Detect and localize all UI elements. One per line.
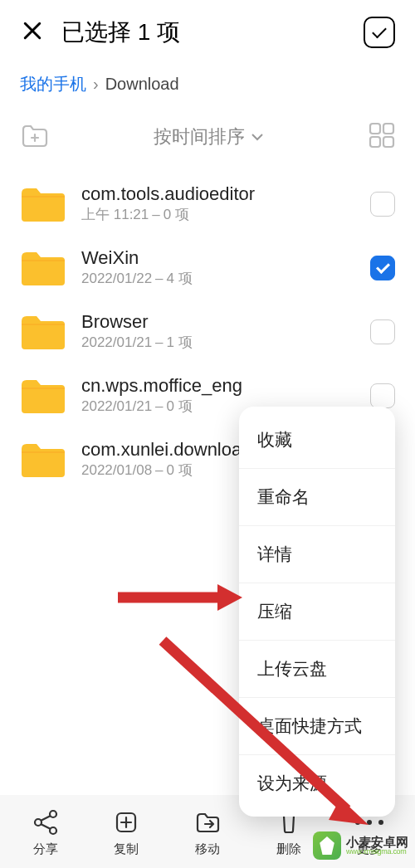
- folder-icon: [20, 441, 66, 479]
- svg-line-11: [41, 816, 51, 821]
- item-meta: 2022/01/22–4 项: [81, 269, 355, 288]
- item-info: Browser 2022/01/21–1 项: [81, 311, 355, 352]
- list-item[interactable]: Browser 2022/01/21–1 项: [20, 300, 395, 363]
- copy-label: 复制: [114, 841, 139, 857]
- item-checkbox[interactable]: [370, 192, 395, 217]
- watermark: 小麦安卓网 www.xmsigma.com: [313, 831, 408, 860]
- list-item[interactable]: WeiXin 2022/01/22–4 项: [20, 236, 395, 300]
- sort-button[interactable]: 按时间排序: [154, 124, 263, 149]
- svg-rect-3: [383, 137, 393, 147]
- svg-rect-1: [383, 124, 393, 134]
- item-name: WeiXin: [81, 247, 355, 269]
- breadcrumb-root[interactable]: 我的手机: [20, 73, 86, 95]
- sort-label: 按时间排序: [154, 124, 245, 149]
- annotation-arrow-icon: [118, 583, 242, 616]
- svg-rect-2: [370, 137, 380, 147]
- watermark-cn: 小麦安卓网: [346, 836, 408, 848]
- header: 已选择 1 项: [0, 0, 415, 58]
- menu-upload-cloud[interactable]: 上传云盘: [239, 641, 395, 698]
- folder-icon: [20, 313, 66, 351]
- delete-label: 删除: [276, 841, 301, 857]
- item-checkbox[interactable]: [370, 383, 395, 408]
- menu-details[interactable]: 详情: [239, 526, 395, 583]
- watermark-logo-icon: [313, 831, 341, 860]
- folder-icon: [20, 185, 66, 223]
- item-name: cn.wps.moffice_eng: [81, 375, 355, 397]
- copy-button[interactable]: 复制: [92, 807, 160, 857]
- share-label: 分享: [33, 841, 58, 857]
- list-item[interactable]: com.tools.audioeditor 上午 11:21–0 项: [20, 172, 395, 236]
- move-icon: [193, 807, 222, 838]
- item-info: WeiXin 2022/01/22–4 项: [81, 247, 355, 288]
- breadcrumb: 我的手机 › Download: [0, 58, 415, 110]
- menu-rename[interactable]: 重命名: [239, 469, 395, 526]
- item-checkbox[interactable]: [370, 256, 395, 280]
- watermark-en: www.xmsigma.com: [346, 848, 408, 856]
- move-label: 移动: [195, 841, 220, 857]
- chevron-right-icon: ›: [93, 75, 99, 94]
- menu-compress[interactable]: 压缩: [239, 583, 395, 641]
- menu-desktop-shortcut[interactable]: 桌面快捷方式: [239, 698, 395, 755]
- toolbar: 按时间排序: [0, 110, 415, 172]
- close-icon[interactable]: [20, 18, 45, 46]
- share-button[interactable]: 分享: [12, 807, 80, 857]
- breadcrumb-current: Download: [105, 75, 179, 94]
- menu-favorite[interactable]: 收藏: [239, 412, 395, 469]
- svg-rect-0: [370, 124, 380, 134]
- item-info: com.tools.audioeditor 上午 11:21–0 项: [81, 183, 355, 224]
- folder-icon: [20, 377, 66, 415]
- copy-icon: [112, 807, 140, 838]
- new-folder-button[interactable]: [20, 123, 48, 151]
- menu-set-source[interactable]: 设为来源: [239, 755, 395, 812]
- share-icon: [32, 807, 60, 838]
- select-all-button[interactable]: [364, 17, 395, 48]
- svg-line-12: [41, 824, 51, 829]
- page-title: 已选择 1 项: [61, 17, 347, 48]
- item-meta: 2022/01/21–1 项: [81, 333, 355, 352]
- grid-view-button[interactable]: [369, 122, 395, 152]
- item-name: com.tools.audioeditor: [81, 183, 355, 205]
- move-button[interactable]: 移动: [173, 807, 242, 857]
- context-menu: 收藏 重命名 详情 压缩 上传云盘 桌面快捷方式 设为来源: [239, 407, 395, 817]
- folder-icon: [20, 249, 66, 287]
- chevron-down-icon: [251, 133, 263, 141]
- item-name: Browser: [81, 311, 355, 333]
- item-meta: 上午 11:21–0 项: [81, 205, 355, 224]
- item-checkbox[interactable]: [370, 319, 395, 344]
